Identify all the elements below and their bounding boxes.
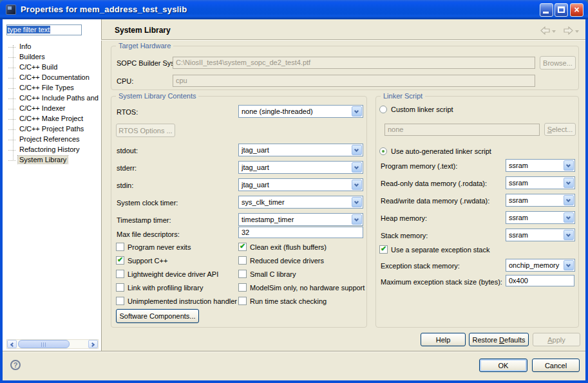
small-c-library-checkbox[interactable]: ✔ [238, 270, 247, 278]
system-clock-timer-combo[interactable]: sys_clk_timer [238, 196, 363, 209]
lightweight-driver-api-checkbox[interactable]: ✔ [116, 270, 124, 278]
sidebar-item-cpp-include-paths[interactable]: C/C++ Include Paths and [8, 93, 100, 103]
sidebar-item-refactoring-history[interactable]: Refactoring History [8, 144, 100, 154]
chevron-down-icon[interactable] [352, 197, 362, 207]
chevron-down-icon[interactable] [564, 160, 574, 171]
chevron-down-icon[interactable] [564, 195, 574, 205]
restore-defaults-label-post: efaults [504, 336, 525, 344]
scrollbar-thumb[interactable] [18, 340, 70, 348]
check-icon: ✔ [240, 242, 245, 250]
program-never-exits-label: Program never exits [128, 243, 191, 252]
minimize-button[interactable] [540, 3, 553, 17]
readwrite-memory-combo[interactable]: ssram [506, 194, 575, 207]
sidebar-item-cpp-make-project[interactable]: C/C++ Make Project [8, 113, 100, 124]
custom-linker-script-label: Custom linker script [391, 105, 453, 114]
sidebar-item-project-references[interactable]: Project References [8, 134, 100, 144]
chevron-down-icon[interactable] [564, 260, 574, 270]
back-arrow-icon[interactable] [540, 26, 551, 35]
runtime-stack-checking-checkbox[interactable]: ✔ [238, 297, 247, 305]
scroll-left-icon [10, 342, 15, 347]
forward-history-dropdown-icon[interactable] [575, 30, 579, 33]
scroll-left-button[interactable] [7, 340, 17, 348]
chevron-down-icon[interactable] [352, 106, 362, 117]
clean-exit-checkbox[interactable]: ✔ [238, 243, 247, 251]
chevron-down-icon[interactable] [564, 212, 574, 223]
auto-generated-linker-radio[interactable] [379, 147, 387, 155]
separate-exception-stack-checkbox[interactable]: ✔ [379, 245, 388, 254]
sidebar-item-cpp-project-paths[interactable]: C/C++ Project Paths [8, 124, 100, 134]
sidebar-item-cpp-file-types[interactable]: C/C++ File Types [8, 82, 100, 93]
chevron-down-icon[interactable] [352, 180, 362, 190]
support-cpp-checkbox[interactable]: ✔ [116, 256, 124, 265]
tree-branch-icon [8, 109, 15, 109]
sidebar-item-label: Refactoring History [18, 145, 81, 153]
tree-branch-icon [8, 140, 15, 140]
sidebar-hscrollbar[interactable] [6, 339, 99, 349]
screen: Properties for mem_address_test_syslib ×… [0, 0, 588, 383]
stack-memory-value: ssram [509, 230, 528, 239]
sidebar-item-info[interactable]: Info [8, 41, 100, 51]
sidebar-item-cpp-documentation[interactable]: C/C++ Documentation [8, 72, 100, 82]
maximize-icon [558, 6, 565, 13]
restore-defaults-button[interactable]: Restore Defaults [469, 333, 529, 346]
tree-branch-icon [8, 119, 15, 120]
header-separator [101, 39, 585, 41]
filter-input[interactable]: type filter text [6, 24, 82, 35]
help-button[interactable]: Help [421, 333, 466, 346]
max-file-descriptors-input[interactable]: 32 [238, 227, 363, 238]
program-never-exits-checkbox[interactable]: ✔ [116, 243, 124, 251]
stack-memory-combo[interactable]: ssram [506, 229, 575, 241]
stdin-combo[interactable]: jtag_uart [238, 178, 363, 191]
chevron-down-icon[interactable] [352, 145, 362, 155]
link-profiling-library-checkbox[interactable]: ✔ [116, 283, 124, 292]
reduced-device-drivers-checkbox[interactable]: ✔ [238, 256, 247, 265]
stdout-combo[interactable]: jtag_uart [238, 144, 363, 156]
exception-stack-memory-label: Exception stack memory: [381, 261, 460, 270]
context-help-button[interactable]: ? [10, 360, 21, 370]
chevron-down-icon[interactable] [352, 162, 362, 173]
close-button[interactable]: × [570, 3, 583, 17]
select-button[interactable]: Select... [544, 123, 576, 136]
sidebar-item-builders[interactable]: Builders [8, 51, 100, 62]
sidebar-item-cpp-indexer[interactable]: C/C++ Indexer [8, 103, 100, 113]
back-history-dropdown-icon[interactable] [552, 30, 556, 33]
chevron-glyph [354, 165, 359, 169]
readonly-memory-combo[interactable]: ssram [506, 176, 575, 189]
system-clock-timer-value: sys_clk_timer [242, 198, 285, 207]
cancel-button[interactable]: Cancel [532, 359, 580, 372]
tree-branch-icon [8, 129, 15, 130]
chevron-down-icon[interactable] [352, 214, 362, 225]
scroll-right-button[interactable] [88, 340, 98, 348]
timestamp-timer-combo[interactable]: timestamp_timer [238, 213, 363, 226]
sidebar-main-divider[interactable] [101, 19, 102, 351]
unimplemented-instruction-label: Unimplemented instruction handler [128, 297, 237, 306]
readonly-memory-label: Read-only data memory (.rodata): [381, 179, 487, 188]
rtos-combo[interactable]: none (single-threaded) [238, 105, 363, 118]
restore-defaults-mnemonic: D [499, 336, 504, 344]
unimplemented-instruction-checkbox[interactable]: ✔ [116, 297, 124, 305]
chevron-down-icon[interactable] [564, 178, 574, 188]
sidebar-item-cpp-build[interactable]: C/C++ Build [8, 62, 100, 72]
browse-button[interactable]: Browse... [540, 56, 576, 70]
modelsim-only-checkbox[interactable]: ✔ [238, 283, 247, 292]
apply-button[interactable]: Apply [533, 333, 580, 346]
stderr-combo[interactable]: jtag_uart [238, 161, 363, 174]
maximize-button[interactable] [555, 3, 568, 17]
stdout-label: stdout: [117, 146, 138, 155]
sidebar-item-system-library[interactable]: System Library [8, 154, 100, 165]
custom-linker-script-radio[interactable] [379, 106, 387, 113]
titlebar[interactable]: Properties for mem_address_test_syslib × [0, 0, 588, 19]
ok-button[interactable]: OK [479, 359, 527, 372]
forward-arrow-icon[interactable] [563, 26, 574, 35]
software-components-button[interactable]: Software Components... [116, 309, 199, 323]
exception-stack-memory-combo[interactable]: onchip_memory [506, 259, 575, 272]
chevron-glyph [566, 263, 571, 267]
readwrite-memory-value: ssram [509, 196, 528, 205]
chevron-down-icon[interactable] [564, 230, 574, 240]
rtos-options-button[interactable]: RTOS Options ... [116, 124, 175, 137]
heap-memory-combo[interactable]: ssram [506, 211, 575, 224]
sidebar-item-label: Builders [18, 53, 46, 61]
max-exception-stack-size-input[interactable]: 0x400 [506, 275, 574, 286]
program-memory-combo[interactable]: ssram [506, 159, 575, 172]
help-icon: ? [14, 361, 18, 369]
